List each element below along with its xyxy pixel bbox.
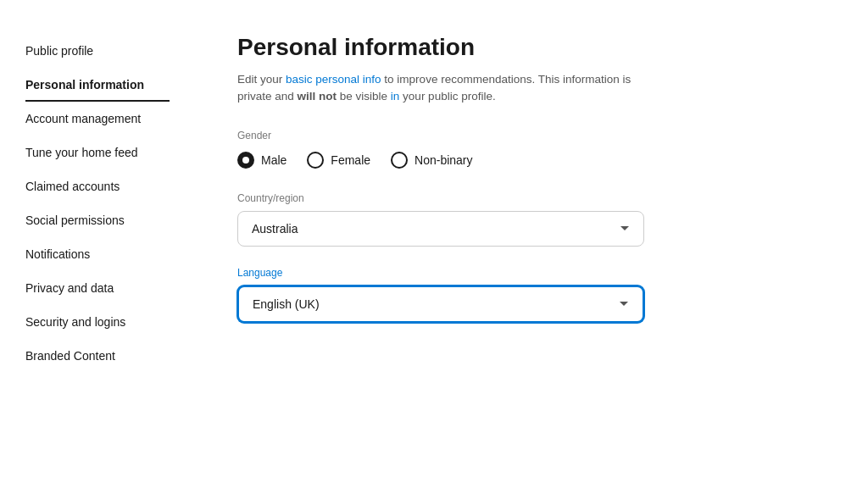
sidebar: Public profilePersonal informationAccoun… (0, 0, 186, 488)
language-dropdown[interactable]: English (UK)English (US)FrenchGermanSpan… (237, 286, 644, 323)
gender-section: Gender Male Female Non-binary (237, 130, 817, 169)
page-description: Edit your basic personal info to improve… (237, 71, 644, 106)
sidebar-item-notifications[interactable]: Notifications (25, 237, 170, 271)
language-label: Language (237, 267, 644, 279)
sidebar-item-branded-content[interactable]: Branded Content (25, 339, 170, 373)
sidebar-item-account-management[interactable]: Account management (25, 102, 170, 136)
gender-female-option[interactable]: Female (307, 152, 370, 169)
sidebar-item-social-permissions[interactable]: Social permissions (25, 203, 170, 237)
sidebar-item-security-logins[interactable]: Security and logins (25, 305, 170, 339)
sidebar-item-personal-information[interactable]: Personal information (25, 68, 170, 102)
main-content: Personal information Edit your basic per… (186, 0, 868, 488)
language-section: Language English (UK)English (US)FrenchG… (237, 267, 644, 323)
sidebar-item-public-profile[interactable]: Public profile (25, 34, 170, 68)
country-label: Country/region (237, 192, 644, 204)
gender-nonbinary-option[interactable]: Non-binary (391, 152, 472, 169)
sidebar-item-tune-home-feed[interactable]: Tune your home feed (25, 136, 170, 169)
gender-radio-group: Male Female Non-binary (237, 152, 817, 169)
gender-female-radio[interactable] (307, 152, 324, 169)
gender-nonbinary-radio[interactable] (391, 152, 408, 169)
gender-male-label: Male (261, 153, 287, 167)
gender-nonbinary-label: Non-binary (415, 153, 472, 167)
country-section: Country/region AustraliaUnited StatesUni… (237, 192, 644, 247)
desc-link-1: basic personal info (286, 73, 381, 86)
gender-label: Gender (237, 130, 817, 141)
sidebar-item-privacy-data[interactable]: Privacy and data (25, 271, 170, 305)
gender-female-label: Female (331, 153, 370, 167)
country-dropdown[interactable]: AustraliaUnited StatesUnited KingdomCana… (237, 211, 644, 247)
desc-link-2: in (391, 90, 400, 103)
desc-bold: will not (298, 90, 337, 103)
page-title: Personal information (237, 34, 817, 61)
sidebar-item-claimed-accounts[interactable]: Claimed accounts (25, 169, 170, 203)
gender-male-radio[interactable] (237, 152, 254, 169)
gender-male-option[interactable]: Male (237, 152, 287, 169)
